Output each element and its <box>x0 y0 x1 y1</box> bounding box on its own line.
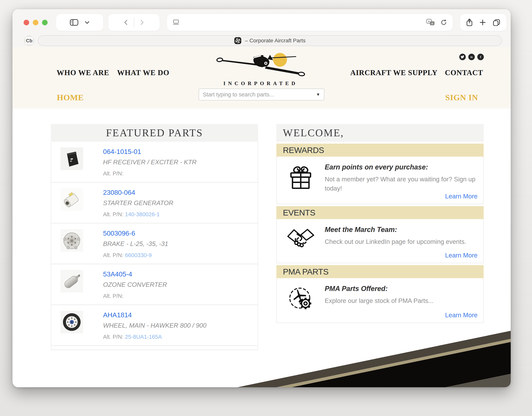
browser-toolbar: A x <box>12 9 511 36</box>
pma-body: Explore our large stock of PMA Parts... <box>325 296 476 305</box>
parts-search-combobox[interactable]: ▼ <box>199 89 324 100</box>
part-description: OZONE CONVERTER <box>103 281 167 288</box>
sign-in-link[interactable]: SIGN IN <box>445 93 478 102</box>
part-description: HF RECEIVER / EXCITER - KTR <box>103 159 197 166</box>
part-row[interactable]: 23080-064 STARTER GENERATOR Alt. P/N:140… <box>51 182 258 223</box>
alt-pn-link[interactable]: 25-8UA1-165A <box>125 334 162 340</box>
alt-pn-label: Alt. P/N: <box>103 334 123 340</box>
events-section-header: EVENTS <box>276 206 484 219</box>
next-row-preview <box>51 346 258 350</box>
part-alt-pn: Alt. P/N:140-380026-1 <box>103 211 173 217</box>
page-format-icon[interactable] <box>173 19 180 26</box>
new-tab-icon[interactable] <box>480 19 486 26</box>
nav-who-we-are[interactable]: WHO WE ARE <box>57 68 109 77</box>
divider <box>134 17 134 28</box>
address-bar[interactable]: A x <box>167 14 453 31</box>
pma-learn-more-link[interactable]: Learn More <box>445 312 477 319</box>
part-number-link[interactable]: 064-1015-01 <box>103 148 197 155</box>
part-number-link[interactable]: 53A405-4 <box>103 270 167 278</box>
featured-parts-list: 064-1015-01 HF RECEIVER / EXCITER - KTR … <box>51 142 258 350</box>
rewards-title: Earn points on every purchase: <box>325 163 476 171</box>
featured-parts-panel: FEATURED PARTS 064-1015-01 HF RECEIVER /… <box>51 124 258 350</box>
alt-pn-label: Alt. P/N: <box>103 293 123 299</box>
back-button[interactable] <box>123 19 128 25</box>
part-row[interactable]: AHA1814 WHEEL, MAIN - HAWKER 800 / 900 A… <box>51 305 258 346</box>
alt-pn-link[interactable]: 140-380026-1 <box>125 211 160 217</box>
turbine-favicon-icon <box>234 37 241 44</box>
rewards-body: Not a member yet? What are you waiting f… <box>325 175 476 193</box>
alt-pn-link[interactable]: 6600330-9 <box>125 252 152 258</box>
tab-strip: Cb – Corporate Aircraft Parts <box>12 36 511 47</box>
share-icon[interactable] <box>466 19 473 27</box>
minimize-window-button[interactable] <box>33 20 38 25</box>
part-thumbnail-ozone-converter <box>60 270 83 293</box>
rewards-learn-more-link[interactable]: Learn More <box>445 193 477 200</box>
nav-contact[interactable]: CONTACT <box>445 68 483 77</box>
site-header: WHO WE ARE WHAT WE DO AIRCRAFT WE SUPPLY… <box>12 47 511 108</box>
history-nav-group <box>108 14 160 31</box>
profile-badge-label: Cb <box>26 37 33 44</box>
part-alt-pn: Alt. P/N: <box>103 293 167 299</box>
part-number-link[interactable]: AHA1814 <box>103 311 207 319</box>
company-logo[interactable]: INCORPORATED <box>216 47 306 86</box>
toolbar-right-group <box>460 14 506 31</box>
part-row[interactable]: 53A405-4 OZONE CONVERTER Alt. P/N: <box>51 264 258 305</box>
alt-pn-label: Alt. P/N: <box>103 211 123 217</box>
sidebar-icon[interactable] <box>70 19 78 26</box>
pma-parts-section: PMA PARTS <box>276 265 484 323</box>
events-body: Check out our LinkedIn page for upcoming… <box>325 237 476 246</box>
pma-section-header: PMA PARTS <box>276 265 484 278</box>
tab-overview-icon[interactable] <box>493 19 500 26</box>
sidebar-button-group <box>56 14 103 31</box>
part-row[interactable]: 5003096-6 BRAKE - L-25, -35, -31 Alt. P/… <box>51 223 258 264</box>
search-input[interactable] <box>203 91 314 98</box>
facebook-icon[interactable]: f <box>477 54 484 60</box>
translate-icon[interactable]: A x <box>426 19 435 26</box>
svg-text:f: f <box>480 55 481 59</box>
close-window-button[interactable] <box>24 20 29 25</box>
nav-what-we-do[interactable]: WHAT WE DO <box>117 68 169 77</box>
events-section: EVENTS <box>276 206 484 263</box>
alt-pn-label: Alt. P/N: <box>103 252 123 258</box>
alt-pn-label: Alt. P/N: <box>103 170 123 177</box>
pma-title: PMA Parts Offered: <box>325 285 476 293</box>
part-description: STARTER GENERATOR <box>103 199 173 207</box>
gift-icon <box>277 163 325 199</box>
part-thumbnail-starter-generator <box>60 188 83 211</box>
part-thumbnail-wheel <box>60 311 83 333</box>
svg-text:in: in <box>470 56 473 58</box>
nav-home[interactable]: HOME <box>57 93 84 102</box>
part-description: WHEEL, MAIN - HAWKER 800 / 900 <box>103 322 207 329</box>
rewards-section-header: REWARDS <box>276 144 484 157</box>
welcome-panel: WELCOME, REWARDS <box>276 124 484 323</box>
linkedin-icon[interactable]: in <box>468 54 475 60</box>
forward-button[interactable] <box>139 19 145 25</box>
nav-aircraft-we-supply[interactable]: AIRCRAFT WE SUPPLY <box>350 68 438 77</box>
events-learn-more-link[interactable]: Learn More <box>445 252 477 259</box>
active-tab[interactable]: – Corporate Aircraft Parts <box>38 35 502 46</box>
handshake-icon <box>277 226 325 258</box>
part-row[interactable]: 064-1015-01 HF RECEIVER / EXCITER - KTR … <box>51 142 258 182</box>
logo-caption: INCORPORATED <box>216 81 306 86</box>
page-content: FEATURED PARTS 064-1015-01 HF RECEIVER /… <box>12 108 511 387</box>
browser-window: A x Cb <box>12 9 511 387</box>
part-alt-pn: Alt. P/N:25-8UA1-165A <box>103 334 207 340</box>
part-alt-pn: Alt. P/N:6600330-9 <box>103 252 168 258</box>
rewards-section: REWARDS Earn po <box>276 144 484 204</box>
dropdown-arrow-icon[interactable]: ▼ <box>316 92 320 97</box>
welcome-title: WELCOME, <box>276 124 484 142</box>
part-number-link[interactable]: 23080-064 <box>103 189 173 196</box>
twitter-icon[interactable] <box>459 54 466 60</box>
plane-gear-icon <box>277 285 325 318</box>
part-thumbnail-hf-receiver <box>60 147 83 170</box>
zoom-window-button[interactable] <box>42 20 48 25</box>
jet-sun-logo-icon <box>216 47 306 78</box>
profile-badge[interactable]: Cb <box>24 36 34 46</box>
reload-icon[interactable] <box>441 19 447 26</box>
part-description: BRAKE - L-25, -35, -31 <box>103 240 168 247</box>
events-title: Meet the March Team: <box>325 226 476 234</box>
svg-text:x: x <box>432 22 433 25</box>
chevron-down-icon[interactable] <box>85 21 89 24</box>
part-number-link[interactable]: 5003096-6 <box>103 229 168 237</box>
part-alt-pn: Alt. P/N: <box>103 170 197 177</box>
